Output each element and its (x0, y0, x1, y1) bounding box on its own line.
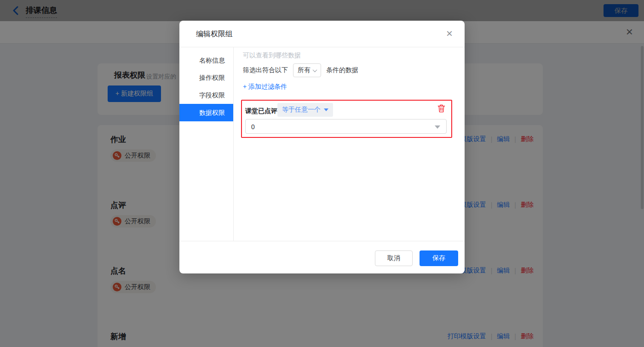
tab-name-info[interactable]: 名称信息 (179, 51, 233, 69)
filter-row: 筛选出符合以下 所有 条件的数据 (243, 63, 358, 77)
tab-field-permission[interactable]: 字段权限 (179, 86, 233, 104)
cancel-button[interactable]: 取消 (375, 250, 413, 266)
condition-field-label: 课堂已点评 (245, 105, 277, 117)
filter-suffix-text: 条件的数据 (326, 66, 358, 74)
caret-down-icon (435, 125, 440, 129)
condition-value-select[interactable]: 0 (245, 119, 447, 134)
filter-mode-select[interactable]: 所有 (293, 63, 321, 77)
tab-data-permission[interactable]: 数据权限 (179, 104, 233, 121)
data-permission-panel: 可以查看到哪些数据 筛选出符合以下 所有 条件的数据 + 添加过滤条件 课堂已点… (234, 47, 465, 241)
condition-operator-value: 等于任意一个 (282, 106, 321, 114)
modal-footer: 取消 保存 (179, 241, 465, 273)
caret-down-icon (324, 108, 328, 111)
modal-close-icon[interactable]: × (446, 28, 453, 39)
highlighted-condition-box: 课堂已点评 等于任意一个 0 (241, 100, 452, 138)
condition-operator-select[interactable]: 等于任意一个 (277, 103, 333, 117)
tab-operation-permission[interactable]: 操作权限 (179, 69, 233, 86)
data-hint-text: 可以查看到哪些数据 (243, 51, 301, 60)
add-filter-condition-link[interactable]: + 添加过滤条件 (243, 83, 287, 91)
chevron-down-icon (313, 68, 317, 72)
edit-permission-group-modal: 编辑权限组 × 名称信息 操作权限 字段权限 数据权限 可以查看到哪些数据 筛选… (179, 21, 465, 273)
modal-title: 编辑权限组 (196, 21, 233, 47)
filter-mode-value: 所有 (298, 66, 310, 74)
condition-value: 0 (251, 119, 255, 134)
save-button[interactable]: 保存 (420, 250, 458, 266)
filter-prefix-text: 筛选出符合以下 (243, 66, 288, 74)
modal-sidebar: 名称信息 操作权限 字段权限 数据权限 (179, 47, 234, 241)
delete-condition-icon[interactable] (437, 104, 446, 113)
modal-header: 编辑权限组 × (179, 21, 465, 47)
